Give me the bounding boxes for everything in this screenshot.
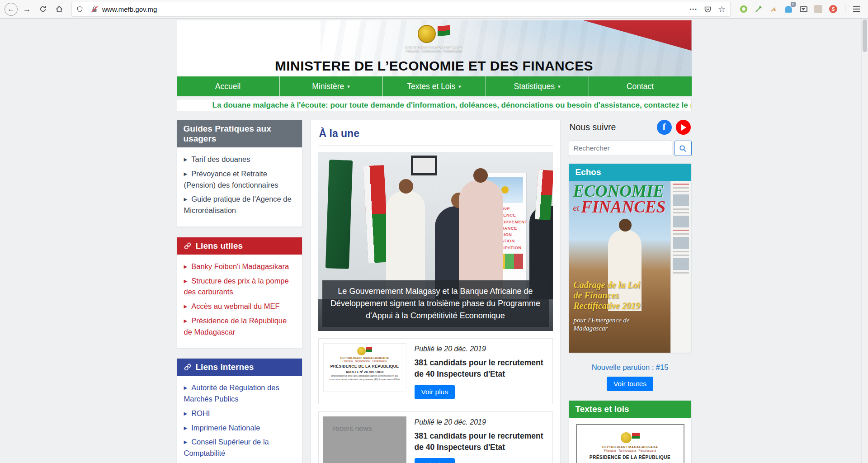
afdb-flag: [325, 160, 352, 269]
guides-link-agence-microrealisation[interactable]: ▶Guide pratique de l'Agence de Microréal…: [184, 194, 295, 216]
right-sidebar: Nous suivre f Echos: [569, 120, 692, 463]
search-icon: [679, 145, 687, 152]
facebook-icon[interactable]: f: [657, 120, 672, 135]
forward-arrow-icon: →: [23, 5, 31, 14]
urlbar-divider: [87, 5, 87, 13]
url-text[interactable]: www.mefb.gov.mg: [102, 5, 689, 13]
internes-link-armp[interactable]: ▶Autorité de Régulation des Marchés Publ…: [184, 382, 295, 405]
utiles-link-banky-foibe[interactable]: ▶Banky Foiben'i Madagasikara: [184, 261, 295, 272]
link-icon: [184, 363, 192, 371]
feature-image[interactable]: INITIATIVE EMERGENCE DEVELOPPEMENT CROIS…: [318, 152, 553, 331]
section-title: À la une: [318, 127, 553, 146]
document-preview[interactable]: REPOBLIKAN'I MADAGASIKARA Fitiavana - Ta…: [576, 424, 684, 463]
madagascar-flag-icon: [437, 25, 450, 36]
utiles-link-structure-prix[interactable]: ▶Structure des prix à la pompe des carbu…: [184, 275, 295, 298]
left-sidebar: Guides Pratiques aux usagers ▶Tarif des …: [177, 120, 302, 463]
news-card: recent news Publié le 20 déc. 2019 381 c…: [318, 411, 553, 463]
arrow-right-icon: ▶: [184, 439, 188, 444]
bookmark-star-icon[interactable]: ☆: [718, 4, 726, 14]
nouvelle-parution-link[interactable]: Nouvelle parution : #15: [569, 363, 692, 372]
utiles-link-presidence[interactable]: ▶Présidence de la République de Madagasc…: [184, 315, 295, 338]
nav-item-contact[interactable]: Contact: [589, 76, 692, 96]
follow-row: Nous suivre f: [569, 120, 692, 135]
home-button[interactable]: [52, 2, 66, 16]
madagascar-flag-icon: [366, 347, 372, 352]
home-icon: [55, 5, 63, 13]
gold-seal-icon: [418, 25, 436, 43]
search-button[interactable]: [675, 141, 692, 156]
back-button[interactable]: ←: [5, 3, 18, 16]
page-actions-icon[interactable]: •••: [689, 6, 698, 12]
menu-button[interactable]: [849, 2, 863, 16]
browser-toolbar: ← → www.mefb.gov.mg ••• ☆ 0: [0, 0, 868, 19]
internes-link-rohi[interactable]: ▶ROHI: [184, 408, 295, 419]
blank-extension-icon[interactable]: [814, 5, 823, 14]
magazine-cover[interactable]: ECONOMIE et FINANCES Cadrage de la Loi d…: [569, 181, 691, 353]
guides-link-prevoyance-retraite[interactable]: ▶Prévoyance et Retraite (Pension) des fo…: [184, 168, 295, 191]
liens-internes-box: Liens internes ▶Autorité de Régulation d…: [177, 358, 302, 463]
ghostery-extension-icon[interactable]: 0: [784, 5, 793, 14]
echos-box: Echos ECONOMIE et: [569, 163, 692, 353]
page-scrollbar[interactable]: [861, 19, 868, 463]
insecure-lock-icon[interactable]: [91, 5, 98, 13]
internes-link-imprimerie[interactable]: ▶Imprimerie Nationale: [184, 422, 295, 434]
nav-item-accueil[interactable]: Accueil: [177, 76, 280, 96]
page-viewport: REPOBLIKAN'I MADAGASIKARA Fitiavana - Ta…: [0, 19, 868, 463]
play-icon: [681, 124, 686, 131]
wall-portrait: [411, 156, 437, 175]
arrow-right-icon: ▶: [184, 197, 188, 202]
search-input[interactable]: [569, 141, 672, 156]
site-title: MINISTERE DE L’ECONOMIE ET DES FINANCES: [177, 58, 692, 74]
s-extension-icon[interactable]: S: [829, 5, 838, 14]
nav-item-textes-et-lois[interactable]: Textes et Lois ▾: [383, 76, 486, 96]
voir-plus-button[interactable]: Voir plus: [415, 385, 455, 399]
echos-header: Echos: [569, 164, 691, 181]
news-thumbnail-document[interactable]: REPOBLIKAN'I MADAGASIKARA Fitiavana - Ta…: [323, 343, 406, 392]
extension-icons: 0 S: [736, 5, 841, 14]
news-thumbnail-placeholder[interactable]: recent news: [323, 416, 406, 463]
marquee-text: La douane malgache à l'écoute: pour tout…: [177, 101, 692, 110]
internes-link-conseil-comptabilite[interactable]: ▶Conseil Supérieur de la Comptabilité: [184, 436, 295, 459]
liens-utiles-header: Liens utiles: [177, 237, 302, 255]
tracking-shield-icon[interactable]: [76, 5, 83, 13]
youtube-icon[interactable]: [676, 120, 691, 135]
onetab-extension-icon[interactable]: [739, 5, 748, 14]
chevron-down-icon: ▾: [458, 84, 461, 90]
rake-extension-icon[interactable]: [754, 5, 763, 14]
video-downloader-extension-icon[interactable]: [799, 5, 808, 14]
madagascar-flag: [363, 165, 389, 263]
search-bar: [569, 141, 692, 156]
three-column-layout: Guides Pratiques aux usagers ▶Tarif des …: [177, 120, 692, 463]
link-icon: [184, 242, 192, 250]
liens-utiles-box: Liens utiles ▶Banky Foiben'i Madagasikar…: [177, 237, 302, 349]
nav-item-statistiques[interactable]: Statistiques ▾: [486, 76, 589, 96]
cover-side-strip: [670, 181, 691, 353]
voir-toutes-button[interactable]: Voir toutes: [607, 377, 653, 391]
site-header-banner: REPOBLIKAN'I MADAGASIKARA Fitiavana - Ta…: [177, 20, 692, 76]
reload-button[interactable]: [36, 2, 50, 16]
textes-et-lois-header: Textes et lois: [569, 401, 691, 418]
follow-title: Nous suivre: [570, 122, 616, 132]
nav-item-ministere[interactable]: Ministère ▾: [280, 76, 383, 96]
arrow-right-icon: ▶: [184, 304, 188, 309]
forward-button[interactable]: →: [19, 2, 34, 16]
a-la-une-section: À la une INITIATIVE EMERGENCE DEVELOPPEM…: [311, 120, 561, 463]
news-published-date: Publié le 20 déc. 2019: [415, 345, 548, 353]
url-bar[interactable]: www.mefb.gov.mg ••• ☆: [72, 2, 730, 16]
madagascar-flag-icon: [632, 433, 640, 439]
pocket-icon[interactable]: [704, 5, 712, 13]
magazine-masthead: ECONOMIE et FINANCES: [573, 183, 668, 215]
guides-link-tarif-des-douanes[interactable]: ▶Tarif des douanes: [184, 154, 295, 165]
scrollbar-thumb[interactable]: [863, 19, 867, 52]
madagascar-emblem: REPOBLIKAN'I MADAGASIKARA Fitiavana - Ta…: [396, 25, 472, 53]
site-content: REPOBLIKAN'I MADAGASIKARA Fitiavana - Ta…: [177, 20, 692, 463]
broom-extension-icon[interactable]: [769, 5, 778, 14]
utiles-link-webmail-mef[interactable]: ▶Accès au webmail du MEF: [184, 301, 295, 312]
voir-plus-button[interactable]: Voir plus: [415, 458, 455, 463]
cover-headline: Cadrage de la Loi de Finances Rectificat…: [574, 280, 651, 311]
emblem-country: REPOBLIKAN'I MADAGASIKARA: [396, 46, 472, 50]
feature-caption: Le Gouvernement Malagasy et la Banque Af…: [322, 280, 549, 327]
guides-pratiques-box: Guides Pratiques aux usagers ▶Tarif des …: [177, 120, 302, 227]
arrow-right-icon: ▶: [184, 264, 188, 269]
emblem-motto: Fitiavana - Tanindrazana - Fandrosoana: [396, 50, 472, 53]
